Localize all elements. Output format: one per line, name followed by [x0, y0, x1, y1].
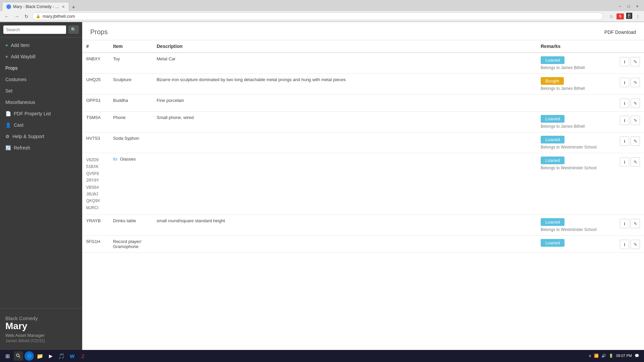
remarks-wrapper: BoughtBelongs to James Bithelli✎ [541, 77, 640, 91]
taskbar-icon-search[interactable] [14, 351, 23, 361]
taskbar-icon-word[interactable]: W [67, 351, 77, 361]
maximize-button[interactable]: □ [625, 3, 633, 10]
owner-text: Belongs to Westminster School [541, 145, 617, 149]
sidebar-item-add-item[interactable]: + Add Item [0, 40, 82, 51]
action-buttons: i✎ [620, 115, 640, 125]
taskbar-icon-terminal[interactable]: ▶ [46, 351, 55, 361]
edit-button[interactable]: ✎ [631, 219, 640, 228]
main-header: Props PDF Download [82, 22, 644, 40]
table-header: # Item Description Remarks [82, 40, 644, 53]
edit-button[interactable]: ✎ [631, 99, 640, 108]
sidebar-menu: + Add Item + Add Waybill Props Costumes … [0, 38, 82, 156]
edit-button[interactable]: ✎ [631, 157, 640, 167]
sidebar-item-add-waybill-label: Add Waybill [11, 54, 35, 59]
status-badge: Loaned [541, 56, 565, 64]
info-button[interactable]: i [620, 78, 629, 87]
owner-text: Belongs to James Bithell [541, 86, 617, 91]
remarks-content: LoanedBelongs to James Bithell [541, 56, 617, 70]
taskbar-icon-filezilla[interactable]: Z [78, 351, 88, 361]
info-button[interactable]: i [620, 116, 629, 125]
edit-button[interactable]: ✎ [631, 57, 640, 66]
star-icon[interactable]: ☆ [608, 13, 614, 20]
sidebar-item-props[interactable]: Props [0, 62, 82, 74]
minimize-button[interactable]: − [616, 3, 624, 10]
info-button[interactable]: i [620, 219, 629, 228]
sidebar: 🔍 + Add Item + Add Waybill Props Costume… [0, 22, 82, 350]
edit-button[interactable]: ✎ [631, 136, 640, 146]
info-button[interactable]: i [620, 240, 629, 249]
info-button[interactable]: i [620, 99, 629, 108]
pdf-download-link[interactable]: PDF Download [604, 29, 636, 35]
cell-item: Phone [109, 112, 153, 132]
extension-icon-1[interactable]: S [616, 13, 624, 19]
add-item-prefix: + [5, 43, 8, 48]
cell-description: Fine porcelain [153, 95, 537, 112]
sidebar-item-miscellaneous[interactable]: Miscellaneous [0, 97, 82, 108]
cast-icon: 👤 [5, 122, 11, 128]
cell-num: HV7S3 [82, 132, 109, 153]
action-buttons: i✎ [620, 98, 640, 108]
tab-favicon [6, 4, 11, 9]
taskbar-time-text: 08:07 PM [616, 353, 632, 358]
info-button[interactable]: i [620, 57, 629, 66]
table-row: 6NBXYToyMetal CarLoanedBelongs to James … [82, 53, 644, 74]
cell-remarks: i✎ [537, 95, 644, 112]
main-content: Props PDF Download # Item Description Re… [82, 22, 644, 350]
active-tab[interactable]: Mary - Black Comedy - Compan... × [2, 2, 69, 11]
extension-icon-2[interactable]: 🅱 [626, 13, 633, 20]
sidebar-item-costumes[interactable]: Costumes [0, 74, 82, 85]
taskbar-icon-chrome[interactable]: 🌐 [24, 351, 34, 361]
sidebar-item-pdf-property-list[interactable]: 📄 PDF Property List [0, 108, 82, 119]
remarks-content: LoanedBelongs to Westminster School [541, 136, 617, 149]
sidebar-item-help-support[interactable]: ⚙ Help & Support [0, 131, 82, 142]
browser-chrome: Mary - Black Comedy - Compan... × + − □ … [0, 0, 644, 22]
taskbar-system-tray: ∧ 📶 🔊 🔋 08:07 PM 💬 [589, 353, 641, 358]
action-buttons: i✎ [620, 218, 640, 228]
menu-icon[interactable]: ⋮ [635, 13, 641, 20]
waybill-ids: V82D951BXKQV5F6ZRY9YVBS64J8LWJQKQ9XMJRCI [86, 157, 105, 211]
table-body: 6NBXYToyMetal CarLoanedBelongs to James … [82, 53, 644, 253]
sidebar-item-refresh[interactable]: 🔄 Refresh [0, 142, 82, 154]
show-person: James Bithell (©2015) [5, 339, 77, 343]
owner-text: Belongs to Westminster School [541, 227, 617, 232]
new-tab-button[interactable]: + [69, 4, 78, 11]
cell-item: Buddha [109, 95, 153, 112]
taskbar-icon-files[interactable]: 📁 [35, 351, 45, 361]
info-button[interactable]: i [620, 157, 629, 167]
cell-num: 6NBXY [82, 53, 109, 74]
cell-description [153, 132, 537, 153]
back-button[interactable]: ← [3, 13, 11, 20]
edit-button[interactable]: ✎ [631, 78, 640, 87]
cell-num: OPPS1 [82, 95, 109, 112]
remarks-wrapper: LoanedBelongs to Westminster Schooli✎ [541, 136, 640, 149]
col-header-item: Item [109, 40, 153, 53]
taskbar-app-icons: 🌐 📁 ▶ 🎵 W Z [14, 351, 88, 361]
table-row: 5FG1HRecord player/ GramophoneLoanedi✎ [82, 236, 644, 253]
start-button[interactable]: ⊞ [3, 352, 12, 360]
edit-button[interactable]: ✎ [631, 240, 640, 249]
search-button[interactable]: 🔍 [68, 25, 79, 34]
reload-button[interactable]: ↻ [23, 13, 30, 20]
cell-remarks: LoanedBelongs to Westminster Schooli✎ [537, 153, 644, 215]
taskbar-icon-spotify[interactable]: 🎵 [57, 351, 66, 361]
props-table: # Item Description Remarks 6NBXYToyMetal… [82, 40, 644, 253]
tray-icon-notifications[interactable]: 💬 [635, 354, 639, 358]
sidebar-item-cast[interactable]: 👤 Cast [0, 119, 82, 131]
close-button[interactable]: × [633, 3, 641, 10]
cell-description: Bizarre iron sculpture dominated by two … [153, 74, 537, 95]
search-input[interactable] [3, 25, 66, 34]
taskbar: ⊞ 🌐 📁 ▶ 🎵 W Z ∧ 📶 🔊 🔋 08:07 PM 💬 [0, 350, 644, 362]
sidebar-item-add-waybill[interactable]: + Add Waybill [0, 51, 82, 62]
forward-button[interactable]: → [13, 13, 21, 20]
cell-item: Soda Syphon [109, 132, 153, 153]
status-badge: Loaned [541, 239, 565, 247]
sidebar-item-set[interactable]: Set [0, 85, 82, 97]
address-bar[interactable]: 🔒 mary.jbithell.com [32, 12, 603, 20]
info-button[interactable]: i [620, 136, 629, 146]
cell-num: TSM5A [82, 112, 109, 132]
edit-button[interactable]: ✎ [631, 116, 640, 125]
cell-description: Small phone, wired [153, 112, 537, 132]
tray-icon-expand[interactable]: ∧ [589, 354, 591, 358]
cell-description [153, 153, 537, 215]
close-tab-icon[interactable]: × [62, 4, 65, 9]
